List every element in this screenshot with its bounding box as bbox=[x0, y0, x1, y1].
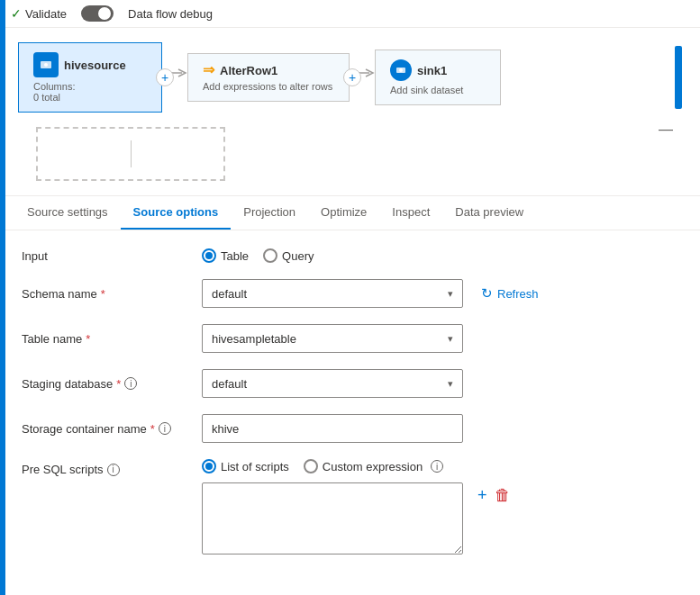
debug-label: Data flow debug bbox=[128, 7, 213, 21]
container-label: Storage container name * i bbox=[22, 422, 202, 436]
table-row: Table name * hivesampletable ▾ bbox=[22, 324, 678, 353]
validate-label: Validate bbox=[25, 7, 67, 21]
table-controls: hivesampletable ▾ bbox=[202, 324, 678, 353]
flow-area: hivesource Columns: 0 total + ⇒ AlterRow… bbox=[0, 28, 700, 196]
schema-chevron: ▾ bbox=[448, 288, 453, 300]
debug-toggle[interactable] bbox=[81, 5, 114, 22]
container-info-icon[interactable]: i bbox=[159, 422, 171, 435]
container-controls: khive bbox=[202, 414, 678, 443]
sink-desc: Add sink dataset bbox=[390, 85, 463, 95]
validate-button[interactable]: ✓ Validate bbox=[11, 6, 67, 21]
source-name: hivesource bbox=[64, 59, 126, 72]
staging-value: default bbox=[212, 377, 247, 391]
table-value: hivesampletable bbox=[212, 332, 296, 346]
table-label: Table name * bbox=[22, 332, 202, 346]
input-radio-group: Table Query bbox=[202, 248, 314, 263]
staging-label: Staging database * i bbox=[22, 377, 202, 391]
table-required: * bbox=[86, 332, 90, 346]
radio-table[interactable]: Table bbox=[202, 248, 249, 263]
staging-info-icon[interactable]: i bbox=[124, 377, 137, 390]
alter-icon: ⇒ bbox=[203, 63, 214, 77]
table-dropdown[interactable]: hivesampletable ▾ bbox=[202, 324, 463, 353]
presql-controls: List of scripts Custom expression i + 🗑 bbox=[202, 459, 678, 554]
tab-inspect[interactable]: Inspect bbox=[379, 196, 442, 230]
tab-bar: Source settings Source options Projectio… bbox=[0, 196, 700, 230]
tab-data-preview[interactable]: Data preview bbox=[442, 196, 536, 230]
staging-controls: default ▾ bbox=[202, 369, 678, 398]
schema-label: Schema name * bbox=[22, 287, 202, 301]
refresh-label: Refresh bbox=[497, 287, 539, 301]
input-row: Input Table Query bbox=[22, 248, 678, 263]
radio-query-label: Query bbox=[282, 249, 314, 263]
tab-source-options[interactable]: Source options bbox=[121, 196, 232, 230]
staging-row: Staging database * i default ▾ bbox=[22, 369, 678, 398]
sink-icon bbox=[390, 59, 412, 81]
presql-radio-group: List of scripts Custom expression i bbox=[202, 459, 443, 473]
svg-point-1 bbox=[44, 63, 48, 67]
input-controls: Table Query bbox=[202, 248, 678, 263]
container-row: Storage container name * i khive bbox=[22, 414, 678, 443]
table-chevron: ▾ bbox=[448, 333, 453, 345]
dashed-placeholder bbox=[36, 127, 225, 181]
container-required: * bbox=[150, 422, 155, 436]
sink-node[interactable]: sink1 Add sink dataset bbox=[375, 50, 501, 105]
radio-table-label: Table bbox=[221, 249, 249, 263]
alter-name: AlterRow1 bbox=[220, 64, 277, 77]
tab-optimize[interactable]: Optimize bbox=[308, 196, 379, 230]
tab-source-settings[interactable]: Source settings bbox=[14, 196, 121, 230]
schema-controls: default ▾ ↻ Refresh bbox=[202, 279, 678, 308]
presql-info-icon[interactable]: i bbox=[107, 464, 120, 476]
schema-required: * bbox=[101, 287, 105, 301]
svg-point-3 bbox=[399, 68, 403, 72]
minimize-button[interactable]: — bbox=[659, 122, 673, 138]
presql-label: Pre SQL scripts i bbox=[22, 459, 202, 476]
sink-name: sink1 bbox=[417, 64, 447, 77]
source-add-button[interactable]: + bbox=[156, 68, 174, 86]
delete-script-button[interactable]: 🗑 bbox=[495, 486, 511, 505]
script-action-buttons: + 🗑 bbox=[477, 482, 511, 505]
source-icon bbox=[33, 52, 59, 77]
schema-value: default bbox=[212, 287, 247, 301]
schema-dropdown[interactable]: default ▾ bbox=[202, 279, 463, 308]
radio-list-scripts[interactable]: List of scripts bbox=[202, 459, 289, 473]
radio-query-circle[interactable] bbox=[263, 248, 277, 263]
presql-row: Pre SQL scripts i List of scripts Custom… bbox=[22, 459, 678, 554]
source-columns: Columns: 0 total bbox=[33, 81, 75, 103]
add-script-button[interactable]: + bbox=[477, 486, 487, 505]
input-label: Input bbox=[22, 249, 202, 263]
schema-row: Schema name * default ▾ ↻ Refresh bbox=[22, 279, 678, 308]
radio-custom-expression[interactable]: Custom expression i bbox=[304, 459, 443, 473]
container-input[interactable]: khive bbox=[202, 414, 463, 443]
script-textarea[interactable] bbox=[202, 482, 463, 554]
staging-dropdown[interactable]: default ▾ bbox=[202, 369, 463, 398]
tab-projection[interactable]: Projection bbox=[231, 196, 308, 230]
staging-required: * bbox=[116, 377, 121, 391]
refresh-button[interactable]: ↻ Refresh bbox=[474, 282, 546, 305]
toolbar: ✓ Validate Data flow debug bbox=[0, 0, 700, 28]
radio-custom-expression-circle[interactable] bbox=[304, 459, 318, 473]
radio-list-scripts-label: List of scripts bbox=[221, 460, 289, 473]
source-node[interactable]: hivesource Columns: 0 total + bbox=[18, 42, 162, 113]
refresh-icon: ↻ bbox=[481, 285, 493, 302]
staging-chevron: ▾ bbox=[448, 378, 453, 390]
alter-desc: Add expressions to alter rows bbox=[203, 81, 332, 92]
radio-custom-expression-label: Custom expression bbox=[323, 460, 423, 473]
custom-expression-info-icon[interactable]: i bbox=[431, 460, 443, 473]
radio-table-circle[interactable] bbox=[202, 248, 216, 263]
check-icon: ✓ bbox=[11, 6, 22, 21]
form-area: Input Table Query Schema name * default bbox=[0, 230, 700, 589]
alter-node[interactable]: ⇒ AlterRow1 Add expressions to alter row… bbox=[187, 53, 350, 102]
radio-query[interactable]: Query bbox=[263, 248, 314, 263]
alter-add-button[interactable]: + bbox=[343, 68, 361, 86]
radio-list-scripts-circle[interactable] bbox=[202, 459, 216, 473]
